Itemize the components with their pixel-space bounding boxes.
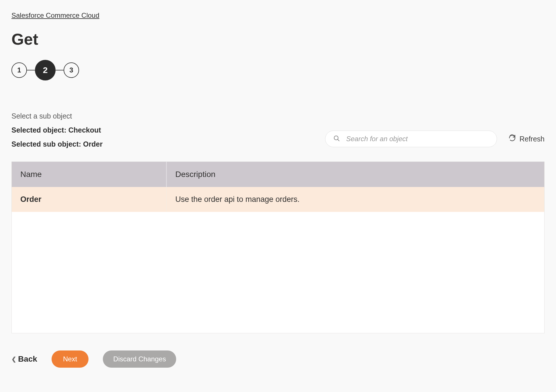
step-3[interactable]: 3 (64, 62, 79, 78)
page-title: Get (11, 30, 545, 48)
back-label: Back (18, 354, 37, 364)
refresh-icon (508, 134, 516, 143)
step-connector (56, 70, 64, 70)
cell-name: Order (12, 187, 166, 212)
search-wrapper (325, 131, 497, 147)
selected-sub-object-label: Selected sub object: Order (11, 140, 103, 148)
chevron-left-icon: ❮ (11, 356, 16, 363)
step-1[interactable]: 1 (11, 62, 27, 78)
instruction-text: Select a sub object (11, 112, 103, 120)
object-table: Name Description Order Use the order api… (12, 162, 544, 212)
next-button[interactable]: Next (52, 350, 89, 368)
cell-description: Use the order api to manage orders. (166, 187, 544, 212)
svg-line-1 (338, 139, 339, 141)
back-button[interactable]: ❮ Back (11, 354, 37, 364)
breadcrumb-link[interactable]: Salesforce Commerce Cloud (11, 11, 99, 19)
step-2[interactable]: 2 (35, 60, 56, 80)
footer-actions: ❮ Back Next Discard Changes (11, 350, 545, 368)
stepper: 1 2 3 (11, 60, 545, 80)
column-header-description[interactable]: Description (166, 162, 544, 187)
object-table-container: Name Description Order Use the order api… (11, 161, 545, 333)
discard-button[interactable]: Discard Changes (103, 350, 176, 368)
step-connector (27, 70, 35, 70)
refresh-label: Refresh (519, 135, 545, 143)
refresh-button[interactable]: Refresh (508, 134, 545, 143)
selected-object-label: Selected object: Checkout (11, 126, 103, 134)
column-header-name[interactable]: Name (12, 162, 166, 187)
search-input[interactable] (325, 131, 497, 147)
table-row[interactable]: Order Use the order api to manage orders… (12, 187, 544, 212)
search-icon (333, 135, 340, 143)
